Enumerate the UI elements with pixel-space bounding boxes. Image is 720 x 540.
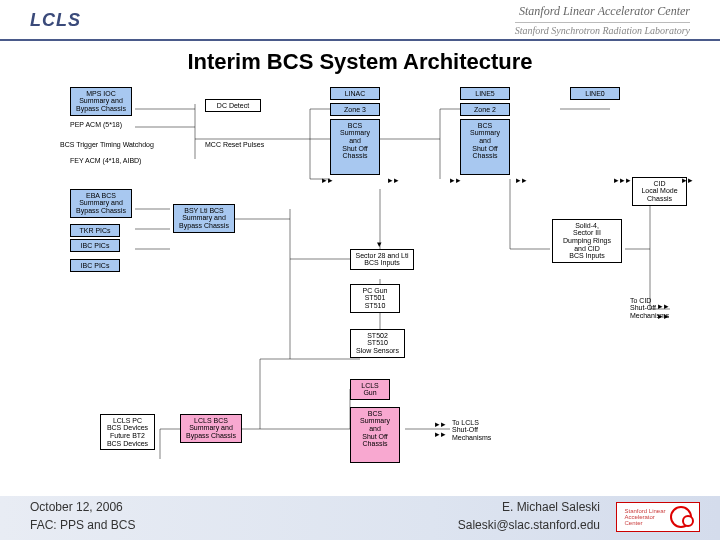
box-linac: LINAC	[330, 87, 380, 101]
arrow-icon: ▸	[664, 311, 669, 321]
box-sector28: Sector 28 and LtiBCS Inputs	[350, 249, 414, 270]
box-tkr-pics: TKR PICs	[70, 224, 120, 238]
org-line2: Stanford Synchrotron Radiation Laborator…	[515, 22, 690, 37]
box-ibc-pics: IBC PICs	[70, 239, 120, 253]
arrow-icon: ▸	[388, 175, 393, 185]
arrow-icon: ▸	[664, 301, 669, 311]
arrow-icon: ▸	[620, 175, 625, 185]
arrow-icon: ▸	[456, 175, 461, 185]
box-mps-ioc: MPS IOCSummary andBypass Chassis	[70, 87, 132, 116]
label-to-lcls: To LCLSShut-OffMechanisms	[452, 419, 507, 442]
box-pc-gun: PC GunST501ST510	[350, 284, 400, 313]
org-line1: Stanford Linear Accelerator Center	[515, 4, 690, 20]
arrow-icon: ▸	[441, 419, 446, 429]
header: LCLS Stanford Linear Accelerator Center …	[0, 0, 720, 41]
box-bsy-bcs: BSY Lti BCSSummary andBypass Chassis	[173, 204, 235, 233]
label-mcc-reset: MCC Reset Pulses	[205, 141, 264, 149]
box-eba-bcs: EBA BCSSummary andBypass Chassis	[70, 189, 132, 218]
box-bcs-sum-pink: BCSSummaryandShut OffChassis	[350, 407, 400, 463]
box-dc-detect: DC Detect	[205, 99, 261, 113]
box-lcls-pc: LCLS PCBCS DevicesFuture BT2BCS Devices	[100, 414, 155, 451]
box-ibc-pics2: IBC PICs	[70, 259, 120, 273]
footer-fac: FAC: PPS and BCS	[30, 518, 135, 532]
header-right: Stanford Linear Accelerator Center Stanf…	[515, 4, 690, 37]
box-st502: ST502ST510Slow Sensors	[350, 329, 405, 358]
arrow-icon: ▸	[328, 175, 333, 185]
arrow-icon: ▸	[522, 175, 527, 185]
slide-title: Interim BCS System Architecture	[0, 41, 720, 79]
arrow-icon: ▸	[658, 301, 663, 311]
arrow-icon: ▸	[688, 175, 693, 185]
box-cid-local: CIDLocal ModeChassis	[632, 177, 687, 206]
box-zone2: Zone 2	[460, 103, 510, 117]
diagram-area: MPS IOCSummary andBypass Chassis PEP ACM…	[10, 79, 710, 479]
box-bcs-shutoff-2: BCSSummaryandShut OffChassis	[460, 119, 510, 175]
footer-logo-text: Stanford LinearAcceleratorCenter	[624, 508, 665, 526]
box-solid4: Solid-4,Sector IIIDumping Ringsand CIDBC…	[552, 219, 622, 263]
footer-author: E. Michael Saleski	[502, 500, 600, 514]
footer-date: October 12, 2006	[30, 500, 123, 514]
footer-email: Saleski@slac.stanford.edu	[458, 518, 600, 532]
box-line5: LINE5	[460, 87, 510, 101]
arrow-icon: ▸	[435, 419, 440, 429]
arrow-icon: ▸	[658, 311, 663, 321]
arrow-icon: ▸	[614, 175, 619, 185]
box-lcls-gun: LCLSGun	[350, 379, 390, 400]
box-bcs-shutoff-1: BCSSummaryandShut OffChassis	[330, 119, 380, 175]
arrow-icon: ▸	[626, 175, 631, 185]
label-bcs-trigger: BCS Trigger Timing Watchdog	[60, 141, 154, 149]
arrow-icon: ▸	[322, 175, 327, 185]
arrow-icon: ▸	[516, 175, 521, 185]
arrow-icon: ▸	[682, 175, 687, 185]
box-line0: LINE0	[570, 87, 620, 101]
footer-logo: Stanford LinearAcceleratorCenter	[616, 502, 700, 532]
footer: October 12, 2006 FAC: PPS and BCS E. Mic…	[0, 496, 720, 540]
slac-ring-icon	[670, 506, 692, 528]
arrow-down-icon: ▾	[377, 239, 382, 249]
logo: LCLS	[30, 10, 81, 31]
box-lcls-bcs: LCLS BCSSummary andBypass Chassis	[180, 414, 242, 443]
arrow-icon: ▸	[435, 429, 440, 439]
box-zone3: Zone 3	[330, 103, 380, 117]
label-pep-acm: PEP ACM (5*18)	[70, 121, 122, 129]
label-fey-acm: FEY ACM (4*18, AIBD)	[70, 157, 141, 165]
arrow-icon: ▸	[394, 175, 399, 185]
arrow-icon: ▸	[450, 175, 455, 185]
arrow-icon: ▸	[441, 429, 446, 439]
